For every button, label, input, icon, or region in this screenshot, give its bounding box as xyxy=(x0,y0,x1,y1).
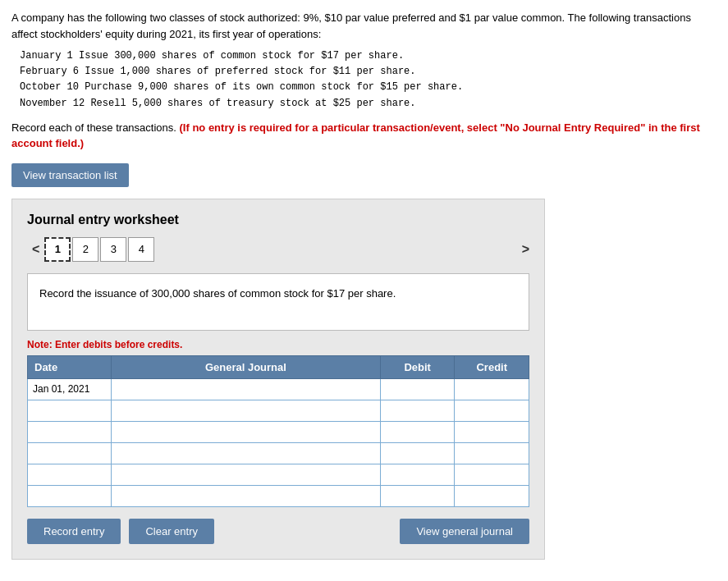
transaction-line-2: February 6 Issue 1,000 shares of preferr… xyxy=(20,64,717,80)
note-suffix: before credits. xyxy=(115,339,183,350)
journal-input-2[interactable] xyxy=(112,422,380,442)
tab-2[interactable]: 2 xyxy=(72,237,98,262)
journal-input-4[interactable] xyxy=(112,464,380,485)
task-description: Record the issuance of 300,000 shares of… xyxy=(27,273,529,331)
col-header-debit: Debit xyxy=(380,355,455,378)
date-input-1[interactable] xyxy=(28,400,111,421)
bottom-buttons: Record entry Clear entry View general jo… xyxy=(27,519,529,544)
debit-input-2[interactable] xyxy=(381,422,455,442)
instruction-text: Record each of these transactions. (If n… xyxy=(11,120,717,152)
journal-input-1[interactable] xyxy=(112,400,380,421)
journal-table: Date General Journal Debit Credit xyxy=(27,355,529,507)
debit-input-1[interactable] xyxy=(381,400,455,421)
credit-input-5[interactable] xyxy=(455,486,529,506)
debit-input-4[interactable] xyxy=(381,464,455,485)
view-general-journal-button[interactable]: View general journal xyxy=(400,519,529,544)
date-input-4[interactable] xyxy=(28,464,111,485)
table-row xyxy=(28,485,529,506)
date-input-2[interactable] xyxy=(28,422,111,442)
credit-input-1[interactable] xyxy=(455,400,529,421)
view-transaction-button[interactable]: View transaction list xyxy=(11,163,129,187)
table-row xyxy=(28,442,529,464)
tabs-row: < 1 2 3 4 > xyxy=(27,237,529,262)
record-entry-button[interactable]: Record entry xyxy=(27,519,121,544)
transactions-block: January 1 Issue 300,000 shares of common… xyxy=(20,48,717,112)
debit-input-3[interactable] xyxy=(381,443,455,464)
transaction-line-1: January 1 Issue 300,000 shares of common… xyxy=(20,48,717,64)
worksheet-title: Journal entry worksheet xyxy=(27,213,529,227)
date-input-3[interactable] xyxy=(28,443,111,464)
tab-1[interactable]: 1 xyxy=(44,237,71,262)
clear-entry-button[interactable]: Clear entry xyxy=(129,519,214,544)
credit-input-0[interactable] xyxy=(455,379,529,400)
date-input-0[interactable] xyxy=(28,379,111,400)
table-row xyxy=(28,421,529,442)
journal-input-3[interactable] xyxy=(112,443,380,464)
transaction-line-3: October 10 Purchase 9,000 shares of its … xyxy=(20,80,717,95)
instruction-prefix: Record each of these transactions. xyxy=(11,121,180,134)
credit-input-4[interactable] xyxy=(455,464,529,485)
tab-prev-button[interactable]: < xyxy=(27,239,44,260)
debit-input-0[interactable] xyxy=(381,379,455,400)
col-header-date: Date xyxy=(28,355,112,378)
credit-input-2[interactable] xyxy=(455,422,529,442)
transaction-line-4: November 12 Resell 5,000 shares of treas… xyxy=(20,96,717,112)
journal-input-0[interactable] xyxy=(112,379,380,400)
date-input-5[interactable] xyxy=(28,486,111,506)
table-row xyxy=(28,400,529,421)
intro-paragraph: A company has the following two classes … xyxy=(11,10,717,42)
tab-next-button[interactable]: > xyxy=(522,242,529,257)
table-row xyxy=(28,464,529,485)
journal-input-5[interactable] xyxy=(112,486,380,506)
worksheet-container: Journal entry worksheet < 1 2 3 4 > Reco… xyxy=(11,199,545,560)
note-text: Note: Enter debits before credits. xyxy=(27,339,529,350)
debit-input-5[interactable] xyxy=(381,486,455,506)
table-row xyxy=(28,378,529,400)
credit-input-3[interactable] xyxy=(455,443,529,464)
col-header-journal: General Journal xyxy=(111,355,380,378)
col-header-credit: Credit xyxy=(455,355,529,378)
note-prefix: Note: Enter debits xyxy=(27,339,115,350)
tab-4[interactable]: 4 xyxy=(128,237,154,262)
tab-3[interactable]: 3 xyxy=(100,237,126,262)
